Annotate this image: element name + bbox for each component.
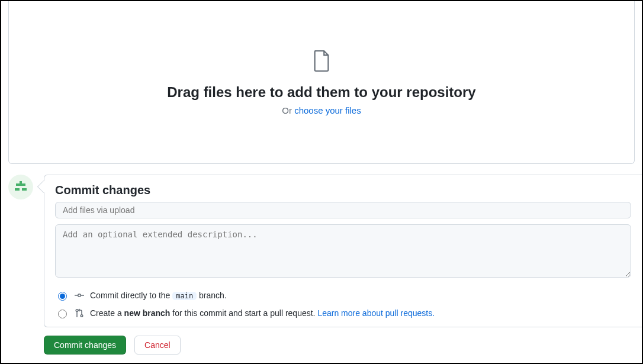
commit-changes-button[interactable]: Commit changes: [44, 336, 126, 355]
svg-rect-3: [22, 188, 27, 191]
commit-heading: Commit changes: [55, 183, 631, 197]
branch-pill: main: [172, 292, 197, 300]
avatar: [8, 175, 33, 199]
svg-rect-0: [20, 181, 22, 183]
file-dropzone[interactable]: Drag files here to add them to your repo…: [8, 1, 635, 164]
dropzone-subtitle: Or choose your files: [282, 105, 361, 115]
commit-description-textarea[interactable]: [55, 224, 631, 278]
svg-point-4: [78, 294, 81, 297]
commit-direct-option[interactable]: Commit directly to the main branch.: [55, 290, 631, 301]
choose-files-link[interactable]: choose your files: [294, 105, 361, 115]
file-icon: [311, 49, 332, 75]
learn-more-link[interactable]: Learn more about pull requests.: [317, 308, 435, 318]
git-commit-icon: [75, 291, 84, 300]
svg-rect-2: [15, 188, 20, 191]
commit-panel: Commit changes Commit directly to the ma…: [44, 175, 642, 327]
commit-summary-input[interactable]: [55, 202, 631, 218]
commit-newbranch-option[interactable]: Create a new branch for this commit and …: [55, 308, 631, 318]
git-pull-request-icon: [75, 308, 84, 318]
commit-direct-radio[interactable]: [58, 292, 67, 301]
svg-point-9: [81, 315, 83, 317]
svg-point-7: [76, 310, 78, 312]
svg-rect-1: [16, 183, 25, 186]
dropzone-title: Drag files here to add them to your repo…: [167, 84, 475, 101]
commit-newbranch-radio[interactable]: [58, 310, 67, 318]
cancel-button[interactable]: Cancel: [134, 336, 181, 355]
